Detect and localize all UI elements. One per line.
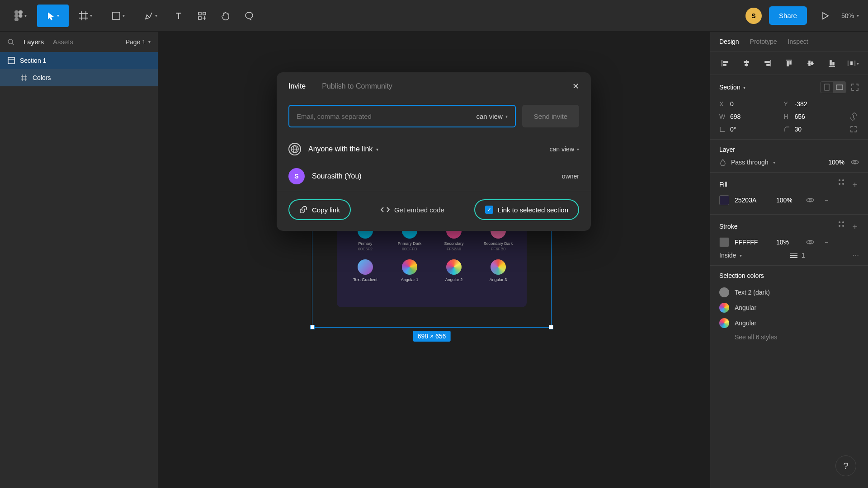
resize-to-fit-icon[interactable] (851, 83, 859, 91)
blend-mode-dropdown[interactable]: Pass through ▾ (719, 159, 775, 166)
stroke-hex-field[interactable]: FFFFFF (735, 239, 771, 246)
portrait-icon[interactable] (821, 82, 833, 93)
link-to-section-checkbox[interactable]: Link to selected section (474, 199, 579, 220)
text-tool-button[interactable] (167, 5, 190, 27)
design-tab[interactable]: Design (719, 38, 739, 45)
move-tool-button[interactable]: ▾ (37, 5, 69, 27)
page-dropdown[interactable]: Page 1 ▾ (126, 38, 151, 46)
selection-color-row[interactable]: Text 2 (dark) (719, 285, 859, 300)
color-swatch[interactable]: Text Gradient (344, 259, 387, 283)
assets-tab[interactable]: Assets (53, 38, 73, 46)
visibility-icon[interactable] (851, 159, 859, 165)
svg-point-48 (842, 183, 844, 185)
chevron-down-icon: ▾ (57, 13, 59, 18)
distribute-icon[interactable]: ▾ (847, 57, 859, 69)
invite-permission-dropdown[interactable]: can view ▾ (476, 113, 507, 120)
close-icon[interactable]: ✕ (572, 81, 579, 91)
add-fill-icon[interactable]: ＋ (851, 179, 859, 190)
help-button[interactable]: ? (835, 455, 856, 476)
radius-field[interactable]: 30 (784, 126, 842, 133)
resize-handle-br[interactable] (549, 325, 553, 329)
svg-rect-9 (113, 12, 120, 19)
stroke-advanced-icon[interactable]: ⋯ (853, 252, 859, 259)
fill-color-chip[interactable] (719, 195, 729, 205)
prototype-tab[interactable]: Prototype (750, 38, 777, 45)
align-hcenter-icon[interactable] (741, 57, 752, 69)
w-field[interactable]: W698 (719, 112, 778, 121)
remove-stroke-icon[interactable]: − (821, 239, 831, 246)
svg-rect-34 (809, 61, 810, 66)
figma-logo-icon (14, 10, 23, 21)
stroke-opacity-field[interactable]: 10% (776, 239, 801, 246)
h-field[interactable]: H656 (784, 112, 842, 121)
color-swatch[interactable]: Angular 1 (388, 259, 431, 283)
x-field[interactable]: X0 (719, 100, 778, 108)
comment-tool-button[interactable] (238, 5, 260, 27)
present-button[interactable] (816, 7, 834, 25)
hand-tool-button[interactable] (214, 5, 237, 27)
style-picker-icon[interactable] (838, 179, 844, 190)
stroke-color-chip[interactable] (719, 237, 729, 247)
align-bottom-icon[interactable] (826, 57, 838, 69)
frame-type-dropdown[interactable]: Section ▾ (719, 84, 745, 91)
y-field[interactable]: Y-382 (784, 100, 842, 108)
svg-line-14 (12, 43, 14, 45)
orientation-toggle[interactable] (820, 81, 846, 93)
publish-tab[interactable]: Publish to Community (322, 82, 392, 90)
main-menu-button[interactable]: ▾ (5, 5, 36, 27)
copy-link-button[interactable]: Copy link (288, 199, 351, 220)
selection-color-row[interactable]: Angular (719, 315, 859, 331)
align-vcenter-icon[interactable] (805, 57, 816, 69)
style-picker-icon[interactable] (838, 221, 844, 232)
svg-rect-23 (723, 64, 726, 66)
invite-email-input[interactable] (297, 113, 476, 120)
zoom-dropdown[interactable]: 50% ▾ (841, 12, 863, 19)
fill-hex-field[interactable]: 25203A (735, 197, 771, 204)
send-invite-button[interactable]: Send invite (522, 105, 579, 127)
code-icon (381, 206, 390, 213)
layers-tab[interactable]: Layers (24, 38, 44, 46)
link-section-checkbox-input[interactable] (485, 206, 493, 214)
resize-handle-bl[interactable] (310, 325, 315, 329)
constrain-proportions-icon[interactable] (848, 112, 859, 121)
shape-tool-button[interactable]: ▾ (102, 5, 134, 27)
share-button[interactable]: Share (769, 6, 807, 25)
get-embed-button[interactable]: Get embed code (381, 206, 444, 214)
link-access-dropdown[interactable]: Anyone with the link ▾ (308, 145, 378, 153)
svg-rect-43 (836, 85, 843, 89)
stroke-heading: Stroke (719, 223, 737, 230)
resources-button[interactable] (191, 5, 213, 27)
independent-corners-icon[interactable] (848, 126, 859, 133)
cursor-icon (47, 11, 55, 20)
rotation-field[interactable]: 0° (719, 126, 778, 133)
user-avatar[interactable]: S (745, 8, 762, 24)
fill-opacity-field[interactable]: 100% (776, 197, 801, 204)
layer-opacity-field[interactable]: 100% (828, 159, 844, 166)
visibility-icon[interactable] (806, 239, 816, 245)
visibility-icon[interactable] (806, 197, 816, 203)
add-stroke-icon[interactable]: ＋ (851, 221, 859, 232)
pen-tool-button[interactable]: ▾ (135, 5, 166, 27)
landscape-icon[interactable] (833, 82, 846, 93)
link-permission-dropdown[interactable]: can view ▾ (550, 145, 579, 153)
chevron-down-icon: ▾ (148, 39, 151, 44)
color-swatch[interactable]: Angular 3 (476, 259, 520, 283)
svg-rect-38 (833, 62, 834, 65)
align-right-icon[interactable] (762, 57, 774, 69)
see-all-styles[interactable]: See all 6 styles (719, 331, 859, 343)
layer-row-colors[interactable]: Colors (0, 69, 158, 86)
stroke-weight-field[interactable]: 1 (790, 252, 805, 259)
inspect-tab[interactable]: Inspect (788, 38, 808, 45)
svg-rect-29 (767, 64, 769, 66)
selection-color-row[interactable]: Angular (719, 300, 859, 315)
invite-tab[interactable]: Invite (288, 82, 306, 90)
search-icon[interactable] (7, 38, 14, 46)
color-swatch[interactable]: Angular 2 (432, 259, 476, 283)
remove-fill-icon[interactable]: − (821, 197, 831, 204)
layer-row-section[interactable]: Section 1 (0, 52, 158, 69)
align-top-icon[interactable] (783, 57, 795, 69)
swatch-dot (491, 259, 506, 275)
align-left-icon[interactable] (719, 57, 731, 69)
stroke-position-dropdown[interactable]: Inside ▾ (719, 252, 742, 259)
frame-tool-button[interactable]: ▾ (70, 5, 101, 27)
